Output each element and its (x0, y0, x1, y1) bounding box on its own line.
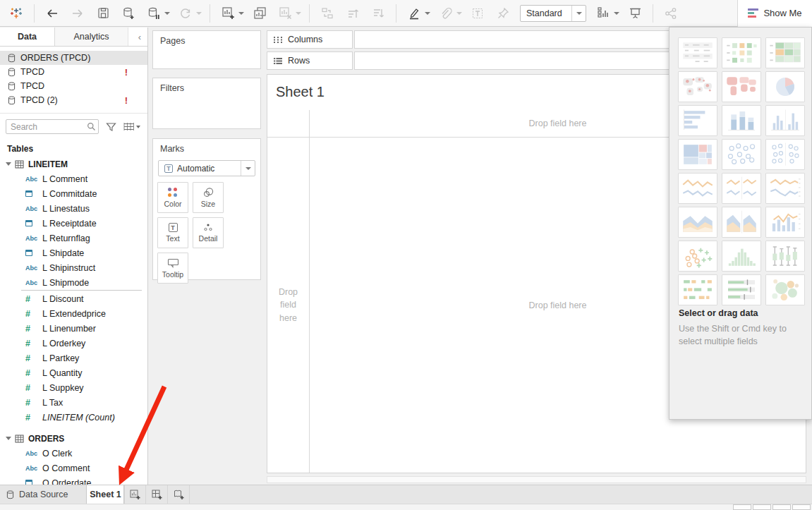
table-lineitem[interactable]: LINEITEM (0, 157, 147, 171)
filter-fields-button[interactable] (104, 121, 118, 133)
showme-area-continuous[interactable] (678, 207, 717, 238)
status-bar-controls[interactable] (733, 504, 811, 510)
pause-auto-updates-button[interactable] (143, 3, 164, 24)
share-button[interactable] (660, 3, 681, 24)
tab-analytics[interactable]: Analytics (55, 28, 128, 46)
field-item[interactable]: L Discount (0, 291, 147, 306)
showme-scatter-plots[interactable] (678, 241, 717, 272)
field-item[interactable]: LINEITEM (Count) (0, 410, 147, 425)
undo-button[interactable] (42, 3, 63, 24)
showme-circle-views[interactable] (722, 139, 761, 170)
chevron-down-icon[interactable] (6, 437, 11, 440)
search-input[interactable] (6, 119, 99, 134)
save-button[interactable] (92, 3, 114, 24)
showme-pie-chart[interactable] (765, 71, 805, 102)
tooltip-button[interactable]: Tooltip (157, 253, 188, 284)
showme-area-discrete[interactable] (722, 207, 761, 238)
field-item[interactable]: L Comment (0, 171, 147, 186)
sort-descending-button[interactable] (368, 3, 389, 24)
mark-type-dropdown[interactable]: T Automatic (158, 160, 255, 176)
clear-sheet-button[interactable] (274, 3, 296, 24)
rows-shelf[interactable]: Rows (267, 51, 353, 70)
showme-lines-discrete[interactable] (722, 173, 761, 204)
table-orders[interactable]: ORDERS (0, 431, 147, 446)
highlight-caret[interactable] (425, 12, 430, 15)
pin-button[interactable] (492, 3, 514, 24)
swap-rows-columns-button[interactable] (317, 3, 338, 24)
horizontal-scrollbar[interactable] (267, 476, 806, 483)
filters-card[interactable]: Filters (152, 78, 261, 129)
showme-lines-continuous[interactable] (678, 173, 717, 204)
showme-histogram[interactable] (722, 241, 761, 272)
new-dashboard-tab-button[interactable] (146, 485, 168, 504)
refresh-data-source-button[interactable] (175, 3, 196, 24)
datasource-item[interactable]: TPCD (0, 79, 147, 93)
field-item[interactable]: O Orderdate (0, 475, 147, 485)
fit-selector[interactable]: Standard (520, 5, 586, 22)
refresh-data-source-caret[interactable] (196, 12, 202, 15)
field-item[interactable]: L Tax (0, 395, 147, 410)
show-me-button[interactable]: Show Me (737, 0, 812, 27)
paperclip-button[interactable] (435, 3, 456, 24)
showme-side-by-side-bars[interactable] (765, 105, 805, 136)
showme-side-by-side-circles[interactable] (765, 139, 805, 170)
clear-sheet-caret[interactable] (296, 12, 301, 15)
tab-data[interactable]: Data (0, 28, 55, 46)
color-button[interactable]: Color (157, 182, 188, 213)
field-item[interactable]: L Suppkey (0, 380, 147, 395)
showme-symbol-map[interactable] (678, 71, 717, 102)
field-item[interactable]: L Returnflag (0, 231, 147, 245)
showme-gantt[interactable] (678, 274, 717, 305)
detail-button[interactable]: Detail (193, 217, 224, 248)
field-item[interactable]: L Receiptdate (0, 216, 147, 231)
new-worksheet-button[interactable] (217, 3, 238, 24)
text-button[interactable]: T Text (157, 217, 188, 248)
view-options-button[interactable] (122, 121, 142, 133)
showme-bullet-graphs[interactable] (722, 274, 761, 305)
presentation-mode-button[interactable] (624, 3, 646, 24)
field-item[interactable]: L Shipinstruct (0, 260, 147, 275)
new-worksheet-tab-button[interactable] (124, 485, 146, 504)
datasource-item[interactable]: ORDERS (TPCD) (0, 51, 147, 65)
paperclip-caret[interactable] (456, 12, 462, 15)
field-item[interactable]: L Shipdate (0, 245, 147, 260)
redo-button[interactable] (67, 3, 88, 24)
pages-card[interactable]: Pages (152, 30, 261, 69)
field-item[interactable]: L Quantity (0, 365, 147, 380)
field-item[interactable]: O Comment (0, 461, 147, 475)
field-item[interactable]: L Linenumber (0, 321, 147, 336)
field-item[interactable]: L Commitdate (0, 186, 147, 201)
highlight-button[interactable] (404, 3, 425, 24)
field-item[interactable]: L Linestatus (0, 201, 147, 216)
new-data-source-button[interactable] (118, 3, 139, 24)
field-item[interactable]: O Clerk (0, 446, 147, 461)
field-item[interactable]: L Extendedprice (0, 306, 147, 321)
showme-box-and-whisker[interactable] (765, 241, 805, 272)
showme-highlight-table[interactable] (722, 37, 761, 68)
text-annotation-button[interactable] (467, 3, 488, 24)
sort-ascending-button[interactable] (342, 3, 363, 24)
showme-treemap[interactable] (678, 139, 717, 170)
showme-text-table[interactable] (678, 37, 717, 68)
new-story-tab-button[interactable] (168, 485, 190, 504)
size-button[interactable]: Size (193, 182, 224, 213)
chevron-down-icon[interactable] (6, 162, 11, 166)
tableau-logo-icon[interactable] (6, 3, 27, 24)
field-item[interactable]: L Partkey (0, 351, 147, 365)
showme-dual-lines[interactable] (765, 173, 805, 204)
pause-auto-updates-caret[interactable] (164, 12, 170, 15)
show-mark-labels-caret[interactable] (614, 12, 619, 15)
datasource-item[interactable]: TPCD ! (0, 65, 147, 79)
field-item[interactable]: L Shipmode (0, 275, 147, 290)
showme-dual-combination[interactable] (765, 207, 805, 238)
showme-filled-map[interactable] (722, 71, 761, 102)
showme-packed-bubbles[interactable] (765, 274, 805, 305)
field-item[interactable]: L Orderkey (0, 336, 147, 351)
duplicate-sheet-button[interactable] (249, 3, 270, 24)
sheet-tab-sheet1[interactable]: Sheet 1 (86, 485, 124, 504)
data-source-tab[interactable]: Data Source (0, 485, 78, 504)
showme-stacked-bars[interactable] (722, 105, 761, 136)
showme-heatmap[interactable] (765, 37, 805, 68)
show-mark-labels-button[interactable] (593, 3, 614, 24)
new-worksheet-caret[interactable] (238, 12, 244, 15)
